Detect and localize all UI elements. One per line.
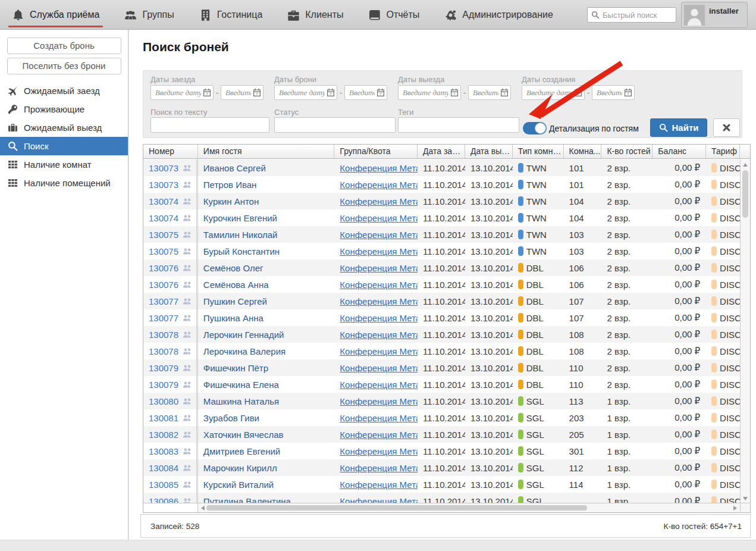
table-row[interactable]: 130085 Курский Виталий Конференция Метал…: [143, 476, 740, 493]
cell-booking-number[interactable]: 130075: [143, 243, 198, 259]
column-header[interactable]: Имя гостя: [198, 145, 335, 158]
cell-guest-name[interactable]: Семёнов Олег: [198, 259, 335, 276]
column-header[interactable]: К-во гостей: [601, 145, 653, 158]
column-header[interactable]: Дата вые...: [465, 145, 513, 158]
nav-tab[interactable]: Отчёты: [368, 0, 419, 30]
table-row[interactable]: 130074 Курочкин Евгений Конференция Мета…: [143, 209, 740, 226]
cell-booking-number[interactable]: 130081: [143, 409, 198, 426]
cell-booking-number[interactable]: 130080: [143, 393, 198, 409]
calendar-icon[interactable]: [253, 88, 261, 97]
calendar-icon[interactable]: [203, 88, 211, 97]
table-row[interactable]: 130073 Иванов Сергей Конференция Металлу…: [143, 159, 740, 176]
column-header[interactable]: Группа/Квота: [334, 145, 418, 158]
cell-booking-number[interactable]: 130076: [143, 259, 198, 276]
horizontal-scrollbar[interactable]: [198, 503, 740, 512]
cell-guest-name[interactable]: Куркин Антон: [198, 193, 335, 209]
table-row[interactable]: 130082 Хаточкин Вячеслав Конференция Мет…: [143, 426, 740, 443]
group-link[interactable]: Конференция Металлу: [340, 213, 418, 223]
scroll-right-arrow[interactable]: [733, 506, 737, 511]
table-row[interactable]: 130077 Пушкин Сергей Конференция Металлу…: [143, 293, 740, 309]
cell-guest-name[interactable]: Курочкин Евгений: [198, 209, 335, 226]
cell-guest-name[interactable]: Марочкин Кирилл: [198, 459, 335, 476]
booking-number[interactable]: 130077: [149, 313, 178, 323]
cell-guest-name[interactable]: Бурый Константин: [198, 243, 335, 259]
calendar-icon[interactable]: [377, 88, 385, 97]
group-link[interactable]: Конференция Металлу: [340, 163, 418, 173]
cell-guest-name[interactable]: Пушкина Анна: [198, 309, 335, 326]
cell-booking-number[interactable]: 130082: [143, 426, 198, 443]
table-row[interactable]: 130074 Куркин Антон Конференция Металлу …: [143, 193, 740, 209]
group-link[interactable]: Конференция Металлу: [340, 196, 418, 206]
cell-booking-number[interactable]: 130074: [143, 209, 198, 226]
calendar-icon[interactable]: [450, 88, 459, 97]
horizontal-scroll-thumb[interactable]: [206, 505, 587, 511]
group-link[interactable]: Конференция Металлу: [340, 330, 418, 340]
booking-number[interactable]: 130078: [149, 346, 178, 356]
booking-number[interactable]: 130075: [149, 230, 178, 240]
table-row[interactable]: 130076 Семёнов Олег Конференция Металлу …: [143, 259, 740, 276]
table-row[interactable]: 130083 Дмитриев Евгений Конференция Мета…: [143, 443, 740, 459]
quick-search-box[interactable]: [587, 7, 676, 23]
column-header[interactable]: Комна...: [564, 145, 602, 158]
cell-guest-name[interactable]: Пушкин Сергей: [198, 293, 335, 309]
booking-number[interactable]: 130084: [149, 463, 178, 473]
nav-tab[interactable]: Администрирование: [444, 0, 553, 30]
group-link[interactable]: Конференция Металлу: [340, 430, 418, 440]
cell-guest-name[interactable]: Лерочкина Валерия: [198, 343, 335, 359]
booking-number[interactable]: 130074: [149, 196, 178, 206]
cell-booking-number[interactable]: 130085: [143, 476, 198, 493]
table-row[interactable]: 130073 Петров Иван Конференция Металлу 1…: [143, 176, 740, 193]
booking-number[interactable]: 130076: [149, 280, 178, 290]
cell-booking-number[interactable]: 130073: [143, 159, 198, 176]
group-link[interactable]: Конференция Металлу: [340, 346, 418, 356]
text-filter-input[interactable]: [398, 117, 519, 133]
sidebar-item[interactable]: Ожидаемый выезд: [0, 118, 128, 137]
column-header[interactable]: Дата заез...: [418, 145, 465, 158]
group-link[interactable]: Конференция Металлу: [340, 396, 418, 406]
group-link[interactable]: Конференция Металлу: [340, 463, 418, 473]
group-link[interactable]: Конференция Металлу: [340, 263, 418, 273]
group-link[interactable]: Конференция Металлу: [340, 246, 418, 256]
cell-booking-number[interactable]: 130077: [143, 293, 198, 309]
cell-guest-name[interactable]: Хаточкин Вячеслав: [198, 426, 335, 443]
cell-booking-number[interactable]: 130076: [143, 276, 198, 293]
cell-booking-number[interactable]: 130077: [143, 309, 198, 326]
booking-number[interactable]: 130075: [149, 246, 178, 256]
booking-number[interactable]: 130081: [149, 413, 178, 423]
booking-number[interactable]: 130080: [149, 396, 178, 406]
table-row[interactable]: 130076 Семёнова Анна Конференция Металлу…: [143, 276, 740, 293]
cell-booking-number[interactable]: 130084: [143, 459, 198, 476]
vertical-scrollbar[interactable]: [740, 159, 750, 504]
find-button[interactable]: Найти: [650, 118, 707, 137]
cell-booking-number[interactable]: 130083: [143, 443, 198, 459]
cell-booking-number[interactable]: 130079: [143, 359, 198, 376]
booking-number[interactable]: 130079: [149, 380, 178, 390]
sidebar-item[interactable]: Наличие комнат: [0, 155, 128, 174]
column-header[interactable]: Тариф: [706, 145, 740, 158]
cell-guest-name[interactable]: Дмитриев Евгений: [198, 443, 335, 459]
column-header[interactable]: Тип комнаты: [513, 145, 564, 158]
booking-number[interactable]: 130074: [149, 213, 178, 223]
cell-booking-number[interactable]: 130078: [143, 326, 198, 343]
group-link[interactable]: Конференция Металлу: [340, 413, 418, 423]
clear-filters-button[interactable]: [713, 118, 740, 137]
checkin-without-booking-button[interactable]: Поселить без брони: [7, 58, 121, 74]
table-row[interactable]: 130081 Зурабов Гиви Конференция Металлу …: [143, 409, 740, 426]
nav-tab[interactable]: Гостиница: [199, 0, 263, 30]
user-menu[interactable]: installer: [681, 2, 748, 28]
group-link[interactable]: Конференция Металлу: [340, 313, 418, 323]
nav-tab[interactable]: Клиенты: [287, 0, 343, 30]
table-row[interactable]: 130080 Машкина Наталья Конференция Метал…: [143, 393, 740, 409]
scroll-up-arrow[interactable]: [743, 163, 748, 167]
sidebar-item[interactable]: Проживающие: [0, 100, 128, 118]
calendar-icon[interactable]: [624, 88, 632, 97]
guest-detail-toggle[interactable]: [523, 122, 547, 134]
table-row[interactable]: 130075 Тамилин Николай Конференция Метал…: [143, 226, 740, 243]
cell-guest-name[interactable]: Лерочкин Геннадий: [198, 326, 335, 343]
calendar-icon[interactable]: [327, 88, 335, 97]
calendar-icon[interactable]: [500, 88, 509, 97]
sidebar-item[interactable]: Наличие помещений: [0, 174, 128, 192]
vertical-scroll-thumb[interactable]: [742, 170, 748, 218]
cell-booking-number[interactable]: 130078: [143, 343, 198, 359]
table-row[interactable]: 130084 Марочкин Кирилл Конференция Метал…: [143, 459, 740, 476]
